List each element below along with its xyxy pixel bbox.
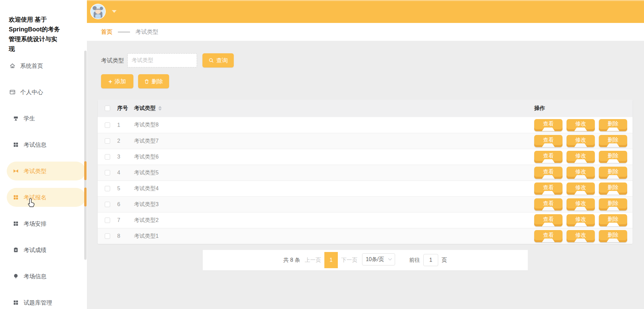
- row-type: 考试类型2: [134, 217, 159, 224]
- delete-row-button[interactable]: 删除: [599, 119, 627, 131]
- row-checkbox[interactable]: [105, 218, 110, 223]
- delete-row-button[interactable]: 删除: [599, 182, 627, 195]
- page-number-button[interactable]: 1: [324, 252, 338, 268]
- sidebar-item-label: 考试信息: [24, 141, 46, 149]
- search-label: 考试类型: [101, 57, 124, 64]
- sidebar-item-个人中心[interactable]: 个人中心: [7, 83, 86, 102]
- chevron-down-icon[interactable]: [112, 10, 117, 13]
- user-avatar-image: [91, 4, 105, 19]
- table-row: 3考试类型6查看修改删除: [98, 149, 633, 165]
- delete-row-button[interactable]: 删除: [599, 135, 627, 147]
- sidebar-item-考试信息[interactable]: 考试信息: [7, 135, 86, 154]
- sidebar-menu: 系统首页个人中心学生考试信息考试类型考试报名考场安排考试成绩考场信息试题库管理: [0, 56, 87, 309]
- grid-icon: [13, 194, 19, 200]
- sidebar-item-考场安排[interactable]: 考场安排: [7, 214, 86, 233]
- query-button[interactable]: 查询: [202, 53, 234, 67]
- row-checkbox[interactable]: [105, 122, 110, 128]
- edit-button[interactable]: 修改: [567, 182, 595, 195]
- app-root: 欢迎使用 基于SpringBoot的考务管理系统设计与实现 系统首页个人中心学生…: [0, 0, 644, 309]
- edit-button[interactable]: 修改: [567, 167, 595, 179]
- breadcrumb-current: 考试类型: [135, 28, 158, 36]
- row-index: 5: [117, 186, 134, 192]
- column-header-actions: 操作: [534, 105, 633, 112]
- goto-page-suffix: 页: [442, 257, 447, 264]
- edit-button[interactable]: 修改: [567, 119, 595, 131]
- goto-page-input[interactable]: [423, 254, 438, 266]
- pin-icon: [13, 273, 19, 279]
- view-button[interactable]: 查看: [534, 182, 562, 195]
- row-type: 考试类型3: [134, 201, 159, 208]
- row-checkbox[interactable]: [105, 170, 110, 175]
- breadcrumb-separator: [118, 32, 130, 32]
- exam-type-table: 序号 考试类型 操作 1考试类型8查看修改删除2考试类型7查看修改删除3考试类型…: [98, 100, 633, 244]
- delete-row-button[interactable]: 删除: [599, 230, 627, 242]
- breadcrumb-home[interactable]: 首页: [101, 28, 112, 36]
- delete-row-button[interactable]: 删除: [599, 167, 627, 179]
- edit-button[interactable]: 修改: [567, 214, 595, 226]
- page-size-value: 10条/页: [366, 256, 384, 263]
- sidebar-item-label: 个人中心: [20, 88, 43, 96]
- delete-button[interactable]: 删除: [138, 74, 169, 88]
- chevron-down-icon: [388, 257, 392, 260]
- view-button[interactable]: 查看: [534, 119, 562, 131]
- row-checkbox[interactable]: [105, 233, 110, 239]
- sidebar-item-label: 考试成绩: [24, 246, 46, 254]
- view-button[interactable]: 查看: [534, 198, 562, 210]
- pagination: 共 8 条 上一页 1 下一页 10条/页 前往 页: [203, 250, 528, 270]
- sidebar-item-label: 考场信息: [24, 273, 46, 280]
- delete-row-button[interactable]: 删除: [599, 151, 627, 163]
- row-type: 考试类型6: [134, 153, 159, 161]
- prev-page-button[interactable]: 上一页: [305, 257, 321, 264]
- sidebar-item-label: 考场安排: [24, 220, 46, 228]
- add-button[interactable]: + 添加: [101, 74, 133, 88]
- sidebar: 欢迎使用 基于SpringBoot的考务管理系统设计与实现 系统首页个人中心学生…: [0, 0, 87, 309]
- delete-row-button[interactable]: 删除: [599, 214, 627, 226]
- select-all-checkbox[interactable]: [105, 106, 110, 111]
- sidebar-item-系统首页[interactable]: 系统首页: [7, 56, 86, 75]
- row-checkbox[interactable]: [105, 202, 110, 207]
- table-row: 5考试类型4查看修改删除: [98, 180, 633, 196]
- grid-icon: [13, 221, 19, 227]
- row-checkbox[interactable]: [105, 138, 110, 144]
- row-checkbox[interactable]: [105, 186, 110, 191]
- query-button-label: 查询: [216, 57, 228, 64]
- view-button[interactable]: 查看: [534, 135, 562, 147]
- edit-button[interactable]: 修改: [567, 151, 595, 163]
- view-button[interactable]: 查看: [534, 151, 562, 163]
- sidebar-item-label: 学生: [24, 115, 35, 122]
- page-size-select[interactable]: 10条/页: [362, 253, 395, 265]
- row-index: 8: [117, 233, 134, 239]
- row-type: 考试类型8: [134, 121, 159, 129]
- avatar[interactable]: [90, 4, 106, 19]
- sidebar-item-label: 试题库管理: [24, 299, 52, 307]
- next-page-button[interactable]: 下一页: [341, 257, 357, 264]
- pagination-total: 共 8 条: [283, 257, 300, 264]
- row-index: 4: [117, 170, 134, 176]
- grid-icon: [13, 142, 19, 148]
- sidebar-item-考场信息[interactable]: 考场信息: [7, 267, 86, 286]
- row-checkbox[interactable]: [105, 154, 110, 160]
- topbar: [87, 0, 644, 23]
- main-area: 首页 考试类型 考试类型 查询 + 添加: [87, 0, 644, 309]
- app-title: 欢迎使用 基于SpringBoot的考务管理系统设计与实现: [0, 0, 71, 54]
- sidebar-item-考试报名[interactable]: 考试报名: [7, 188, 86, 207]
- delete-row-button[interactable]: 删除: [599, 198, 627, 210]
- search-form: 考试类型 查询: [101, 53, 633, 67]
- sidebar-item-学生[interactable]: 学生: [7, 109, 86, 128]
- view-button[interactable]: 查看: [534, 214, 562, 226]
- sidebar-item-考试成绩[interactable]: 考试成绩: [7, 241, 86, 259]
- edit-button[interactable]: 修改: [567, 135, 595, 147]
- sidebar-item-考试类型[interactable]: 考试类型: [7, 162, 86, 180]
- mouse-cursor-icon: [27, 198, 36, 208]
- sidebar-scrollbar-active-segment: [84, 161, 87, 180]
- sort-carets-icon[interactable]: [158, 106, 162, 111]
- view-button[interactable]: 查看: [534, 167, 562, 179]
- row-index: 3: [117, 154, 134, 160]
- sidebar-item-label: 考试类型: [24, 167, 46, 175]
- sidebar-scrollbar[interactable]: [84, 51, 87, 260]
- search-input[interactable]: [127, 53, 197, 67]
- view-button[interactable]: 查看: [534, 230, 562, 242]
- edit-button[interactable]: 修改: [567, 230, 595, 242]
- sidebar-item-试题库管理[interactable]: 试题库管理: [7, 293, 86, 309]
- edit-button[interactable]: 修改: [567, 198, 595, 210]
